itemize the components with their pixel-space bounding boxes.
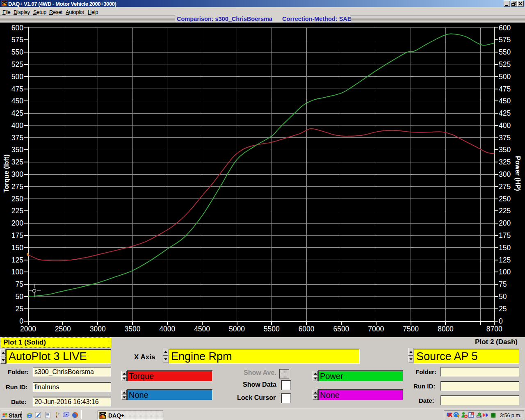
svg-text:2500: 2500 <box>55 325 71 333</box>
svg-text:175: 175 <box>499 231 511 240</box>
svg-text:250: 250 <box>499 195 511 203</box>
svg-text:Torque (lbft): Torque (lbft) <box>3 154 10 192</box>
svg-text:300: 300 <box>11 170 23 178</box>
svg-text:4500: 4500 <box>194 325 210 333</box>
svg-text:500: 500 <box>11 73 23 81</box>
svg-text:25: 25 <box>499 305 507 313</box>
svg-text:550: 550 <box>499 48 511 56</box>
svg-text:3000: 3000 <box>90 325 106 333</box>
svg-text:200: 200 <box>499 219 511 227</box>
svg-text:375: 375 <box>499 134 511 142</box>
svg-text:3500: 3500 <box>125 325 141 333</box>
svg-text:475: 475 <box>11 85 23 93</box>
svg-text:25: 25 <box>16 305 23 313</box>
svg-text:575: 575 <box>11 36 23 44</box>
svg-text:5500: 5500 <box>264 325 280 333</box>
svg-text:7000: 7000 <box>368 325 384 333</box>
svg-text:575: 575 <box>499 36 511 44</box>
svg-text:!: ! <box>458 415 458 418</box>
svg-text:275: 275 <box>499 183 511 191</box>
svg-text:50: 50 <box>499 292 507 301</box>
svg-text:150: 150 <box>11 244 23 252</box>
svg-text:225: 225 <box>11 207 23 215</box>
svg-text:100: 100 <box>11 268 23 276</box>
svg-text:450: 450 <box>11 97 23 105</box>
svg-text:425: 425 <box>11 109 23 117</box>
svg-text:350: 350 <box>11 146 23 154</box>
svg-text:8700: 8700 <box>486 325 502 333</box>
svg-text:4000: 4000 <box>159 325 175 333</box>
svg-text:5000: 5000 <box>229 325 245 333</box>
svg-text:250: 250 <box>11 195 23 203</box>
svg-text:2000: 2000 <box>20 325 36 333</box>
svg-text:125: 125 <box>11 256 23 264</box>
svg-text:450: 450 <box>499 97 511 105</box>
svg-text:75: 75 <box>16 280 23 288</box>
svg-text:6500: 6500 <box>333 325 349 333</box>
svg-text:475: 475 <box>499 85 511 93</box>
svg-text:100: 100 <box>499 268 511 276</box>
svg-text:375: 375 <box>11 134 23 142</box>
svg-text:8000: 8000 <box>438 325 454 333</box>
svg-text:400: 400 <box>499 121 511 130</box>
svg-text:225: 225 <box>499 207 511 215</box>
svg-text:50: 50 <box>16 292 24 301</box>
svg-text:500: 500 <box>499 73 511 81</box>
svg-text:325: 325 <box>499 158 511 166</box>
svg-text:275: 275 <box>11 183 23 191</box>
svg-text:150: 150 <box>499 244 511 252</box>
svg-text:0: 0 <box>499 317 503 325</box>
svg-text:300: 300 <box>499 170 511 178</box>
svg-text:525: 525 <box>11 60 23 68</box>
svg-text:350: 350 <box>499 146 511 154</box>
svg-text:Power (HP): Power (HP) <box>514 156 521 191</box>
svg-text:175: 175 <box>11 231 23 240</box>
svg-text:6000: 6000 <box>299 325 315 333</box>
svg-text:600: 600 <box>11 24 23 32</box>
svg-text:200: 200 <box>11 219 23 227</box>
svg-text:!: ! <box>472 413 473 415</box>
svg-text:125: 125 <box>499 256 511 264</box>
svg-text:425: 425 <box>499 109 511 117</box>
svg-text:325: 325 <box>11 158 23 166</box>
svg-text:0: 0 <box>19 317 23 325</box>
svg-text:75: 75 <box>499 280 507 288</box>
svg-text:525: 525 <box>499 60 511 68</box>
svg-text:7500: 7500 <box>403 325 419 333</box>
svg-text:550: 550 <box>11 48 23 56</box>
svg-text:400: 400 <box>11 121 23 130</box>
svg-text:600: 600 <box>499 24 511 32</box>
